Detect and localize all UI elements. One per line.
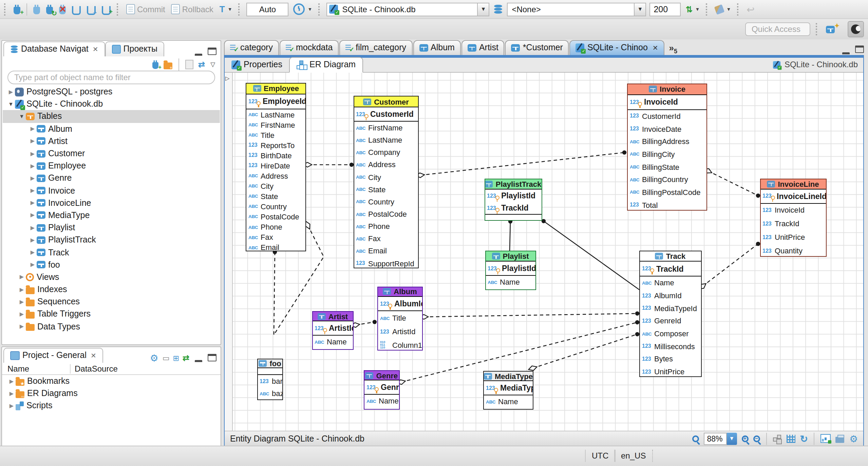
expand-arrow-icon[interactable]: ▼: [18, 113, 26, 120]
refresh-button[interactable]: ⇅▼: [684, 4, 701, 15]
open-perspective-button[interactable]: ✦: [825, 25, 844, 34]
tab-overflow-chevron[interactable]: »5: [665, 43, 682, 55]
relationship-invoiceline-track[interactable]: [702, 244, 758, 286]
column-billingaddress[interactable]: ABCBillingAddress: [628, 135, 706, 148]
entity-invoice[interactable]: Invoice123InvoiceId123CustomerId123Invoi…: [627, 83, 707, 210]
column-column1[interactable]: 010011110Column1: [378, 338, 422, 351]
link-with-editor-icon[interactable]: ⇄: [198, 60, 205, 69]
relationship-invoiceline-invoice[interactable]: [708, 171, 758, 196]
tree-item-indexes[interactable]: ▶Indexes: [3, 283, 220, 295]
column-unitprice[interactable]: 123UnitPrice: [760, 231, 826, 244]
column-trackid[interactable]: 123TrackId: [760, 217, 826, 231]
column-header-name[interactable]: Name: [2, 364, 70, 374]
column-name[interactable]: ABCName: [313, 336, 353, 348]
column-invoicedate[interactable]: 123InvoiceDate: [628, 122, 706, 135]
collapse-icon[interactable]: ▭: [163, 354, 170, 363]
new-folder-icon[interactable]: +: [164, 62, 172, 69]
entity-customer[interactable]: Customer123CustomerIdABCFirstNameABCLast…: [353, 96, 419, 268]
column-bytes[interactable]: 123Bytes: [640, 353, 701, 365]
entity-invoiceline[interactable]: InvoiceLine123InvoiceLineId123InvoiceId1…: [760, 178, 826, 256]
column-fax[interactable]: ABCFax: [354, 233, 418, 245]
column-name[interactable]: ABCName: [640, 276, 701, 289]
commit-button[interactable]: Commit: [125, 3, 167, 15]
zoom-value[interactable]: 88%: [703, 432, 727, 445]
entity-mediatype[interactable]: MediaType123MediaTypeIdABCName: [483, 371, 533, 409]
palette-strip[interactable]: ▷: [225, 73, 233, 431]
relationship-invoice-customer[interactable]: [420, 153, 624, 175]
column-milliseconds[interactable]: 123Milliseconds: [640, 340, 701, 353]
column-name[interactable]: ABCName: [364, 395, 399, 407]
project-item-er-diagrams[interactable]: ▶▫▫ER Diagrams: [2, 387, 221, 399]
inner-tab-properties[interactable]: Properties: [225, 58, 289, 72]
fetch-size-input[interactable]: 200: [649, 2, 681, 16]
column-phone[interactable]: ABCPhone: [246, 222, 305, 232]
project-item-bookmarks[interactable]: ▶★Bookmarks: [2, 375, 221, 387]
diagram-settings-icon[interactable]: ⚙: [849, 434, 858, 443]
entity-artist[interactable]: Artist123ArtistIdABCName: [312, 311, 354, 350]
open-sql-script-button[interactable]: →: [86, 3, 97, 15]
zoom-in-icon[interactable]: +: [741, 435, 748, 442]
close-icon[interactable]: ✕: [653, 44, 658, 51]
editor-tab-sqlite-chinoo[interactable]: SQLite - Chinoo✕: [570, 40, 664, 55]
column-firstname[interactable]: ABCFirstName: [354, 122, 418, 134]
palette-expand-icon[interactable]: ▷: [225, 75, 229, 82]
column-unitprice[interactable]: 123UnitPrice: [640, 365, 701, 377]
expand-arrow-icon[interactable]: ▶: [29, 150, 37, 157]
column-birthdate[interactable]: 123BirthDate: [246, 150, 305, 160]
view-menu-icon[interactable]: ▽: [210, 61, 215, 68]
tree-item-foo[interactable]: ▶foo: [3, 258, 220, 271]
new-connection-button[interactable]: +: [12, 4, 22, 15]
expand-arrow-icon[interactable]: ▶: [29, 126, 37, 132]
print-icon[interactable]: [836, 436, 845, 443]
column-country[interactable]: ABCCountry: [246, 201, 305, 212]
tree-item-album[interactable]: ▶Album: [3, 123, 220, 135]
column-quantity[interactable]: 123Quantity: [760, 244, 826, 256]
entity-genre[interactable]: Genre123GenreIdABCName: [364, 370, 399, 409]
expand-arrow-icon[interactable]: ▶: [18, 299, 26, 305]
expand-arrow-icon[interactable]: ▶: [18, 311, 26, 317]
new-connection-icon[interactable]: +: [152, 62, 158, 69]
tree-item-customer[interactable]: ▶Customer: [3, 147, 220, 160]
pk-column-trackid[interactable]: 123TrackId: [640, 262, 701, 276]
gear-icon[interactable]: ⚙: [150, 353, 158, 363]
entity-playlist[interactable]: Playlist123PlaylistIdABCName: [485, 251, 536, 290]
column-title[interactable]: ABCTitle: [378, 311, 422, 325]
pk-column-playlistid[interactable]: 123PlaylistId: [486, 262, 535, 275]
column-albumid[interactable]: 123AlbumId: [640, 289, 701, 302]
sql-editor-button[interactable]: [71, 3, 82, 15]
column-customerid[interactable]: 123CustomerId: [628, 110, 706, 122]
column-address[interactable]: ABCAddress: [354, 159, 418, 171]
disconnect-button[interactable]: ✕: [58, 4, 67, 15]
toggle-grid-icon[interactable]: [786, 434, 795, 443]
rollback-button[interactable]: Rollback: [170, 3, 215, 15]
expand-icon[interactable]: ⊞: [173, 354, 179, 363]
column-address[interactable]: ABCAddress: [246, 171, 305, 181]
editor-tab-artist[interactable]: Artist: [461, 40, 505, 55]
column-country[interactable]: ABCCountry: [354, 196, 418, 208]
entity-playlisttrack[interactable]: PlaylistTrack123PlaylistId123TrackId: [484, 179, 542, 221]
column-title[interactable]: ABCTitle: [246, 130, 305, 140]
column-header-datasource[interactable]: DataSource: [70, 364, 118, 374]
tree-item-data-types[interactable]: ▶Data Types: [3, 320, 220, 333]
pk-column-trackid[interactable]: 123TrackId: [485, 202, 541, 214]
column-supportrepid[interactable]: 123SupportRepId: [354, 257, 418, 268]
expand-arrow-icon[interactable]: ▶: [29, 138, 37, 144]
pk-column-albumid[interactable]: 123AlbumId: [378, 297, 422, 310]
editor-tab--customer[interactable]: *Customer: [505, 40, 569, 55]
new-sql-script-button[interactable]: +: [100, 3, 112, 15]
column-postalcode[interactable]: ABCPostalCode: [246, 212, 305, 222]
column-phone[interactable]: ABCPhone: [354, 220, 418, 232]
quick-access-input[interactable]: Quick Access: [746, 22, 811, 36]
expand-arrow-icon[interactable]: ▶: [18, 323, 26, 329]
column-composer[interactable]: ABCComposer: [640, 327, 701, 340]
maximize-icon[interactable]: [208, 354, 216, 361]
commit-mode-combo[interactable]: Auto: [247, 2, 289, 16]
column-state[interactable]: ABCState: [354, 183, 418, 195]
relationship-playlisttrack-playlist[interactable]: [510, 221, 510, 251]
reconnect-button[interactable]: ↻: [45, 4, 54, 15]
column-mediatypeid[interactable]: 123MediaTypeId: [640, 302, 701, 315]
column-name[interactable]: ABCName: [486, 276, 535, 288]
column-name[interactable]: ABCName: [484, 395, 533, 408]
relationship-track-mediatype[interactable]: [533, 334, 637, 368]
collapse-all-icon[interactable]: [185, 60, 193, 69]
